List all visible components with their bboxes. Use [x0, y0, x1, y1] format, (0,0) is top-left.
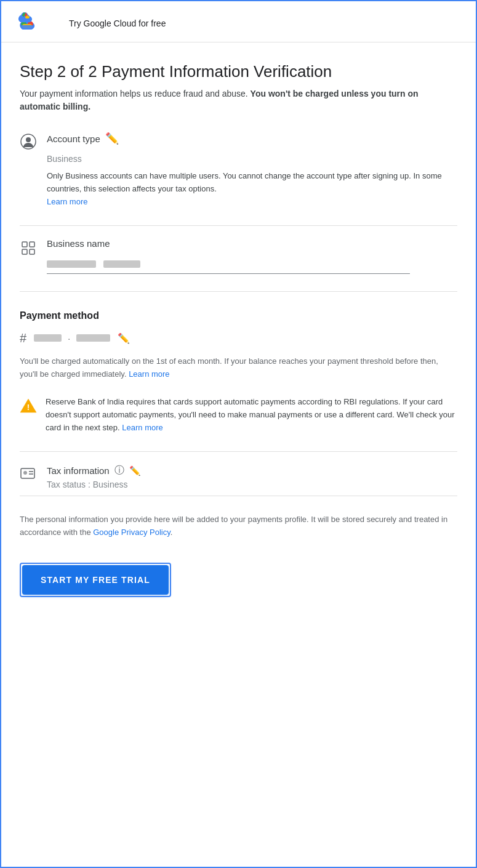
divider-1	[20, 225, 457, 226]
payment-blurred: ·	[34, 334, 110, 344]
warning-triangle-icon: !	[20, 397, 37, 414]
tax-header: Tax information ⓘ ✏️	[47, 464, 141, 477]
edit-payment-icon[interactable]: ✏️	[118, 332, 130, 344]
hash-icon: #	[20, 331, 26, 345]
business-name-blurred-2	[103, 260, 140, 268]
payment-method-title: Payment method	[20, 310, 457, 321]
payment-method-section: Payment method # · ✏️ You'll be charged …	[20, 310, 457, 381]
business-name-row: Business name	[20, 238, 457, 257]
step-subtitle: Your payment information helps us reduce…	[20, 87, 457, 113]
svg-rect-9	[22, 249, 27, 254]
account-type-row: Account type ✏️	[20, 132, 457, 150]
person-circle-icon	[20, 133, 37, 150]
svg-rect-12	[21, 468, 34, 478]
google-cloud-svg-icon	[15, 9, 37, 31]
google-privacy-policy-link[interactable]: Google Privacy Policy	[93, 528, 170, 537]
privacy-text: The personal information you provide her…	[20, 513, 457, 539]
payment-num-2	[76, 334, 110, 342]
privacy-text-2: .	[170, 528, 173, 537]
charge-info-learn-more[interactable]: Learn more	[129, 369, 169, 379]
tax-status-value: Tax status : Business	[47, 480, 141, 489]
payment-num-1	[34, 334, 62, 342]
charge-info-main: You'll be charged automatically on the 1…	[20, 356, 438, 379]
tax-information-section: Tax information ⓘ ✏️ Tax status : Busine…	[20, 464, 457, 489]
privacy-text-1: The personal information you provide her…	[20, 515, 447, 537]
charge-info-text: You'll be charged automatically on the 1…	[20, 355, 457, 381]
tax-content: Tax information ⓘ ✏️ Tax status : Busine…	[47, 464, 141, 489]
edit-tax-icon[interactable]: ✏️	[129, 465, 141, 476]
contact-card-icon	[20, 465, 37, 483]
account-type-learn-more[interactable]: Learn more	[47, 197, 87, 206]
account-type-description: Only Business accounts can have multiple…	[47, 170, 457, 208]
account-type-value: Business	[47, 154, 457, 164]
step-title: Step 2 of 2 Payment Information Verifica…	[20, 62, 457, 81]
business-name-value	[47, 260, 410, 274]
main-content: Step 2 of 2 Payment Information Verifica…	[1, 42, 476, 622]
svg-rect-8	[30, 242, 34, 247]
divider-2	[20, 291, 457, 292]
start-trial-button[interactable]: START MY FREE TRIAL	[22, 565, 169, 595]
account-type-label: Account type	[47, 134, 100, 144]
header-title-text: Try Google Cloud for free	[69, 18, 166, 28]
step-subtitle-normal: Your payment information helps us reduce…	[20, 89, 251, 98]
business-name-label: Business name	[47, 238, 110, 249]
payment-dot-sep: ·	[68, 334, 70, 344]
page-header: Try Google Cloud for free	[1, 1, 476, 42]
warning-learn-more[interactable]: Learn more	[122, 423, 162, 432]
info-circle-icon[interactable]: ⓘ	[114, 464, 124, 477]
svg-text:!: !	[27, 403, 30, 412]
svg-point-6	[26, 137, 31, 142]
warning-main-text: Reserve Bank of India requires that card…	[46, 397, 455, 432]
business-name-section: Business name	[20, 238, 457, 274]
business-name-blurred	[47, 260, 96, 268]
account-type-section: Account type ✏️ Business Only Business a…	[20, 132, 457, 208]
warning-text: Reserve Bank of India requires that card…	[46, 396, 457, 434]
svg-rect-7	[22, 242, 27, 247]
grid-icon	[20, 239, 37, 257]
start-trial-button-wrapper: START MY FREE TRIAL	[20, 563, 171, 597]
account-type-header: Account type ✏️	[47, 132, 119, 145]
tax-information-label: Tax information	[47, 465, 110, 476]
svg-point-13	[23, 471, 27, 475]
edit-pencil-icon[interactable]: ✏️	[105, 132, 119, 145]
account-type-desc-text: Only Business accounts can have multiple…	[47, 171, 442, 193]
warning-box: ! Reserve Bank of India requires that ca…	[20, 396, 457, 434]
google-cloud-logo: Try Google Cloud for free	[16, 12, 166, 34]
payment-method-row: # · ✏️	[20, 331, 457, 345]
divider-3	[20, 451, 457, 452]
divider-4	[20, 496, 457, 496]
svg-rect-10	[30, 249, 34, 254]
